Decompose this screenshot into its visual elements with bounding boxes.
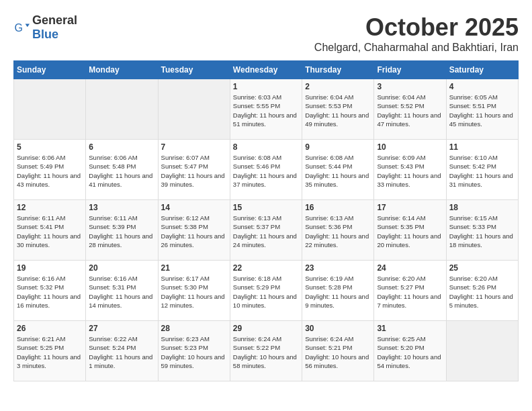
day-number: 22 <box>233 263 299 273</box>
day-number: 21 <box>161 263 227 273</box>
day-info: Sunrise: 6:06 AM Sunset: 5:48 PM Dayligh… <box>89 153 154 189</box>
day-number: 31 <box>377 324 443 333</box>
location-subtitle: Chelgard, Chaharmahal and Bakhtiari, Ira… <box>314 42 519 54</box>
calendar-cell: 15Sunrise: 6:13 AM Sunset: 5:37 PM Dayli… <box>230 200 302 261</box>
day-info: Sunrise: 6:09 AM Sunset: 5:43 PM Dayligh… <box>377 153 443 189</box>
day-info: Sunrise: 6:11 AM Sunset: 5:41 PM Dayligh… <box>17 214 83 249</box>
calendar-cell: 17Sunrise: 6:14 AM Sunset: 5:35 PM Dayli… <box>374 200 446 261</box>
svg-marker-1 <box>26 24 30 27</box>
day-info: Sunrise: 6:08 AM Sunset: 5:44 PM Dayligh… <box>305 153 371 189</box>
day-info: Sunrise: 6:15 AM Sunset: 5:33 PM Dayligh… <box>449 214 515 249</box>
day-number: 5 <box>17 142 83 152</box>
calendar-cell <box>14 79 86 140</box>
day-info: Sunrise: 6:17 AM Sunset: 5:30 PM Dayligh… <box>161 274 227 310</box>
day-number: 1 <box>233 82 299 91</box>
day-info: Sunrise: 6:03 AM Sunset: 5:55 PM Dayligh… <box>233 93 299 128</box>
calendar-cell: 12Sunrise: 6:11 AM Sunset: 5:41 PM Dayli… <box>14 200 86 261</box>
day-number: 28 <box>161 324 227 333</box>
calendar-cell: 29Sunrise: 6:24 AM Sunset: 5:22 PM Dayli… <box>230 321 302 381</box>
day-number: 20 <box>89 263 154 273</box>
day-number: 18 <box>449 203 515 212</box>
calendar-week-row: 5Sunrise: 6:06 AM Sunset: 5:49 PM Daylig… <box>14 140 519 200</box>
day-info: Sunrise: 6:13 AM Sunset: 5:37 PM Dayligh… <box>233 214 299 249</box>
title-area: October 2025 Chelgard, Chaharmahal and B… <box>314 13 519 54</box>
day-number: 29 <box>233 324 299 333</box>
day-info: Sunrise: 6:11 AM Sunset: 5:39 PM Dayligh… <box>89 214 154 249</box>
day-number: 6 <box>89 142 154 152</box>
calendar-cell: 21Sunrise: 6:17 AM Sunset: 5:30 PM Dayli… <box>158 261 230 321</box>
day-number: 8 <box>233 142 299 152</box>
calendar-cell: 11Sunrise: 6:10 AM Sunset: 5:42 PM Dayli… <box>446 140 518 200</box>
day-number: 17 <box>377 203 443 212</box>
calendar-cell <box>86 79 158 140</box>
calendar-week-row: 26Sunrise: 6:21 AM Sunset: 5:25 PM Dayli… <box>14 321 519 381</box>
page-header: G General Blue October 2025 Chelgard, Ch… <box>13 13 519 54</box>
calendar-cell: 6Sunrise: 6:06 AM Sunset: 5:48 PM Daylig… <box>86 140 158 200</box>
month-title: October 2025 <box>314 13 519 42</box>
calendar-cell: 1Sunrise: 6:03 AM Sunset: 5:55 PM Daylig… <box>230 79 302 140</box>
day-number: 30 <box>305 324 371 333</box>
calendar-cell: 20Sunrise: 6:16 AM Sunset: 5:31 PM Dayli… <box>86 261 158 321</box>
day-number: 9 <box>305 142 371 152</box>
day-number: 4 <box>449 82 515 91</box>
weekday-header: Thursday <box>302 61 374 79</box>
day-number: 12 <box>17 203 83 212</box>
day-info: Sunrise: 6:16 AM Sunset: 5:31 PM Dayligh… <box>89 274 154 310</box>
weekday-header: Sunday <box>14 61 86 79</box>
calendar-cell: 13Sunrise: 6:11 AM Sunset: 5:39 PM Dayli… <box>86 200 158 261</box>
day-info: Sunrise: 6:04 AM Sunset: 5:52 PM Dayligh… <box>377 93 443 128</box>
calendar-cell: 9Sunrise: 6:08 AM Sunset: 5:44 PM Daylig… <box>302 140 374 200</box>
day-info: Sunrise: 6:10 AM Sunset: 5:42 PM Dayligh… <box>449 153 515 189</box>
svg-text:G: G <box>15 22 23 34</box>
day-info: Sunrise: 6:21 AM Sunset: 5:25 PM Dayligh… <box>17 334 83 370</box>
day-number: 10 <box>377 142 443 152</box>
calendar-cell: 7Sunrise: 6:07 AM Sunset: 5:47 PM Daylig… <box>158 140 230 200</box>
day-info: Sunrise: 6:16 AM Sunset: 5:32 PM Dayligh… <box>17 274 83 310</box>
calendar-cell: 8Sunrise: 6:08 AM Sunset: 5:46 PM Daylig… <box>230 140 302 200</box>
day-number: 13 <box>89 203 154 212</box>
logo-general: General <box>32 13 77 27</box>
day-info: Sunrise: 6:24 AM Sunset: 5:21 PM Dayligh… <box>305 334 371 370</box>
day-info: Sunrise: 6:20 AM Sunset: 5:26 PM Dayligh… <box>449 274 515 310</box>
calendar-cell <box>158 79 230 140</box>
calendar-cell: 26Sunrise: 6:21 AM Sunset: 5:25 PM Dayli… <box>14 321 86 381</box>
day-info: Sunrise: 6:23 AM Sunset: 5:23 PM Dayligh… <box>161 334 227 370</box>
day-number: 19 <box>17 263 83 273</box>
calendar-cell: 16Sunrise: 6:13 AM Sunset: 5:36 PM Dayli… <box>302 200 374 261</box>
weekday-header-row: SundayMondayTuesdayWednesdayThursdayFrid… <box>14 61 519 79</box>
day-info: Sunrise: 6:04 AM Sunset: 5:53 PM Dayligh… <box>305 93 371 128</box>
calendar-cell: 5Sunrise: 6:06 AM Sunset: 5:49 PM Daylig… <box>14 140 86 200</box>
weekday-header: Tuesday <box>158 61 230 79</box>
calendar-cell: 22Sunrise: 6:18 AM Sunset: 5:29 PM Dayli… <box>230 261 302 321</box>
calendar-cell: 25Sunrise: 6:20 AM Sunset: 5:26 PM Dayli… <box>446 261 518 321</box>
day-info: Sunrise: 6:22 AM Sunset: 5:24 PM Dayligh… <box>89 334 154 370</box>
weekday-header: Friday <box>374 61 446 79</box>
calendar-cell: 31Sunrise: 6:25 AM Sunset: 5:20 PM Dayli… <box>374 321 446 381</box>
calendar-cell: 14Sunrise: 6:12 AM Sunset: 5:38 PM Dayli… <box>158 200 230 261</box>
logo: G General Blue <box>13 13 77 42</box>
calendar-cell <box>446 321 518 381</box>
calendar-table: SundayMondayTuesdayWednesdayThursdayFrid… <box>13 60 519 381</box>
day-number: 3 <box>377 82 443 91</box>
calendar-cell: 27Sunrise: 6:22 AM Sunset: 5:24 PM Dayli… <box>86 321 158 381</box>
calendar-cell: 10Sunrise: 6:09 AM Sunset: 5:43 PM Dayli… <box>374 140 446 200</box>
day-number: 25 <box>449 263 515 273</box>
day-number: 11 <box>449 142 515 152</box>
day-number: 15 <box>233 203 299 212</box>
day-info: Sunrise: 6:14 AM Sunset: 5:35 PM Dayligh… <box>377 214 443 249</box>
day-info: Sunrise: 6:18 AM Sunset: 5:29 PM Dayligh… <box>233 274 299 310</box>
calendar-cell: 24Sunrise: 6:20 AM Sunset: 5:27 PM Dayli… <box>374 261 446 321</box>
weekday-header: Saturday <box>446 61 518 79</box>
day-number: 23 <box>305 263 371 273</box>
day-number: 27 <box>89 324 154 333</box>
day-info: Sunrise: 6:20 AM Sunset: 5:27 PM Dayligh… <box>377 274 443 310</box>
weekday-header: Monday <box>86 61 158 79</box>
calendar-cell: 3Sunrise: 6:04 AM Sunset: 5:52 PM Daylig… <box>374 79 446 140</box>
calendar-cell: 18Sunrise: 6:15 AM Sunset: 5:33 PM Dayli… <box>446 200 518 261</box>
day-info: Sunrise: 6:19 AM Sunset: 5:28 PM Dayligh… <box>305 274 371 310</box>
day-number: 2 <box>305 82 371 91</box>
logo-icon: G <box>13 19 30 36</box>
calendar-cell: 2Sunrise: 6:04 AM Sunset: 5:53 PM Daylig… <box>302 79 374 140</box>
day-info: Sunrise: 6:08 AM Sunset: 5:46 PM Dayligh… <box>233 153 299 189</box>
weekday-header: Wednesday <box>230 61 302 79</box>
